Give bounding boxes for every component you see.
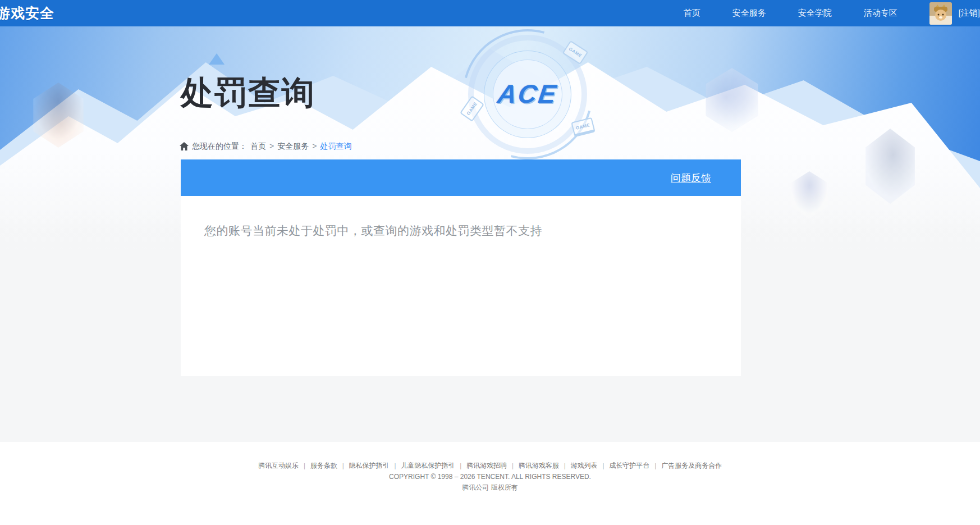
page-footer: 腾讯互动娱乐服务条款隐私保护指引儿童隐私保护指引腾讯游戏招聘腾讯游戏客服游戏列表… — [0, 442, 980, 525]
top-nav: 游戏安全 首页 安全服务 安全学院 活动专区 [注销] — [0, 0, 980, 26]
footer-link[interactable]: 成长守护平台 — [598, 462, 650, 469]
main-menu: 首页 安全服务 安全学院 活动专区 [注销] — [684, 2, 980, 25]
site-logo[interactable]: 游戏安全 — [0, 4, 54, 22]
footer-company: 腾讯公司 版权所有 — [0, 482, 980, 492]
breadcrumb-link-security-services[interactable]: 安全服务 — [277, 141, 309, 150]
footer-link[interactable]: 儿童隐私保护指引 — [389, 462, 455, 469]
breadcrumb-current-page: 处罚查询 — [320, 141, 351, 150]
punishment-query-panel: 问题反馈 您的账号当前未处于处罚中，或查询的游戏和处罚类型暂不支持 — [181, 159, 741, 376]
nav-item-activity-zone[interactable]: 活动专区 — [864, 8, 897, 19]
footer-link[interactable]: 广告服务及商务合作 — [649, 462, 722, 469]
breadcrumb-prefix: 您现在的位置： — [192, 141, 247, 150]
panel-header-bar: 问题反馈 — [181, 159, 741, 196]
page-title: 处罚查询 — [181, 76, 980, 109]
breadcrumb-link-home[interactable]: 首页 — [250, 141, 266, 150]
footer-link[interactable]: 隐私保护指引 — [337, 462, 390, 469]
query-result-message: 您的账号当前未处于处罚中，或查询的游戏和处罚类型暂不支持 — [204, 223, 717, 239]
breadcrumb-separator: > — [269, 141, 274, 150]
breadcrumb: 您现在的位置： 首页 > 安全服务 > 处罚查询 — [180, 141, 980, 150]
logout-link[interactable]: [注销] — [959, 8, 980, 19]
footer-link[interactable]: 腾讯游戏客服 — [507, 462, 559, 469]
nav-item-security-academy[interactable]: 安全学院 — [798, 8, 832, 19]
footer-links-row: 腾讯互动娱乐服务条款隐私保护指引儿童隐私保护指引腾讯游戏招聘腾讯游戏客服游戏列表… — [0, 460, 980, 471]
footer-link[interactable]: 游戏列表 — [559, 462, 598, 469]
nav-item-security-services[interactable]: 安全服务 — [732, 8, 766, 19]
footer-copyright: COPYRIGHT © 1998 – 2026 TENCENT. ALL RIG… — [0, 472, 980, 482]
breadcrumb-separator: > — [312, 141, 317, 150]
home-icon — [180, 142, 189, 150]
footer-link[interactable]: 腾讯游戏招聘 — [455, 462, 507, 469]
nav-item-home[interactable]: 首页 — [684, 8, 700, 19]
footer-link[interactable]: 腾讯互动娱乐 — [258, 462, 299, 469]
peak-triangle-decoration — [209, 53, 225, 65]
footer-link[interactable]: 服务条款 — [299, 462, 337, 469]
panel-body: 您的账号当前未处于处罚中，或查询的游戏和处罚类型暂不支持 — [181, 196, 741, 376]
user-avatar[interactable] — [929, 2, 952, 25]
feedback-link[interactable]: 问题反馈 — [671, 171, 711, 185]
